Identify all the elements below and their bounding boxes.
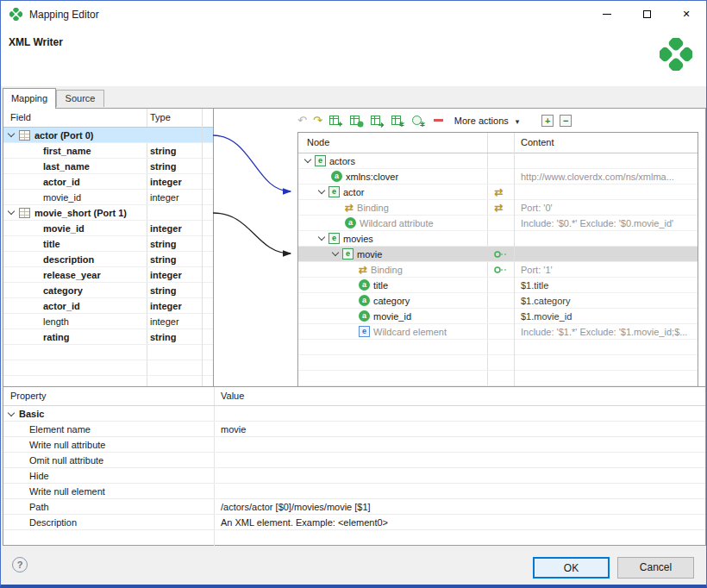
field-row[interactable]: description string [3,252,213,267]
collapse-all-icon[interactable]: − [560,115,572,127]
tree-row-xmlns[interactable]: xmlns:clover http://www.cloverdx.com/ns/… [298,169,698,185]
property-row-write-null-attribute[interactable]: Write null attribute [3,437,705,453]
field-name: category [43,285,83,296]
field-row[interactable]: title string [3,236,213,252]
property-value: An XML element. Example: <element0> [221,515,388,530]
property-row-description[interactable]: Description An XML element. Example: <el… [3,515,705,530]
field-name: movie_id [43,192,81,203]
field-row[interactable]: movie_id integer [3,221,213,236]
remove-icon[interactable] [434,119,443,122]
field-name: title [43,239,60,249]
more-actions-button[interactable]: More actions [454,116,520,126]
chevron-down-icon[interactable] [331,249,341,259]
chevron-down-icon[interactable] [7,410,16,419]
mapping-panel: Field Type actor (Port 0) first_name str… [3,108,706,546]
tab-mapping[interactable]: Mapping [3,88,56,109]
property-name: Write null attribute [29,437,105,453]
port-record-icon [19,208,30,218]
column-header-value: Value [221,391,244,401]
property-value[interactable]: movie [221,422,246,437]
element-icon [328,233,340,244]
add-wildcard-element-icon[interactable] [391,113,405,128]
property-row-element-name[interactable]: Element name movie [3,422,705,437]
node-label: movie_id [373,311,411,322]
undo-icon[interactable] [297,113,307,128]
node-label: xmlns:clover [346,172,398,182]
field-name: last_name [43,161,90,172]
field-row[interactable]: category string [3,283,213,298]
maximize-button[interactable] [627,1,666,28]
column-header-type: Type [150,112,171,122]
footer-bar: ? OK Cancel [1,546,706,585]
maximize-icon [643,10,651,18]
title-bar[interactable]: Mapping Editor [1,1,706,28]
tree-row-title[interactable]: title $1.title [298,278,698,293]
tree-row-binding-movie[interactable]: Binding Port: '1' [298,262,698,278]
property-row-write-null-element[interactable]: Write null element [3,484,705,499]
minimize-button[interactable] [587,1,627,28]
chevron-down-icon[interactable] [303,156,313,166]
help-button[interactable]: ? [12,557,28,572]
add-child-element-icon[interactable] [328,113,343,128]
field-row[interactable]: release_year integer [3,267,213,283]
chevron-down-icon[interactable] [317,234,327,243]
field-row[interactable]: actor_id integer [3,298,213,314]
property-row-path[interactable]: Path /actors/actor [$0]/movies/movie [$1… [3,499,705,515]
field-row[interactable]: actor_id integer [3,174,213,190]
tree-row-actors[interactable]: actors [298,153,698,169]
property-header: Property Value [3,387,705,406]
field-type: integer [150,192,179,203]
field-table-header: Field Type [3,109,213,128]
empty-row [298,371,698,386]
tree-row-binding-actor[interactable]: Binding Port: '0' [298,200,698,216]
property-name: Path [29,499,49,515]
node-label: movies [343,234,373,244]
property-section-basic[interactable]: Basic [3,406,705,422]
field-row[interactable]: movie_id integer [3,190,213,205]
redo-icon[interactable] [313,113,322,128]
field-name: actor (Port 0) [34,130,93,141]
tab-source[interactable]: Source [56,90,104,107]
chevron-down-icon[interactable] [317,187,327,197]
wildcard-element-icon [359,326,370,337]
tree-row-wildcard-attribute[interactable]: Wildcard attribute Include: '$0.*' Exclu… [298,216,698,231]
field-row-port0[interactable]: actor (Port 0) [3,128,213,143]
column-header-content: Content [521,137,554,147]
add-attribute-icon[interactable] [349,113,364,128]
mapping-editor-window: Mapping Editor XML Writer Mapping Source… [0,0,707,588]
tree-row-movie-id[interactable]: movie_id $1.movie_id [298,309,698,324]
xml-tree: Node Content actors xmlns:clover http://… [297,132,698,386]
chevron-down-icon[interactable] [7,130,16,140]
add-sibling-element-icon[interactable] [370,113,385,128]
column-header-field: Field [10,112,31,122]
tree-row-category[interactable]: category $1.category [298,293,698,309]
tree-row-wildcard-element[interactable]: Wildcard element Include: '$1.*' Exclude… [298,324,698,340]
field-row[interactable]: last_name string [3,159,213,174]
tree-row-actor[interactable]: actor [298,185,698,200]
property-row-omit-null-attribute[interactable]: Omit null attribute [3,453,705,468]
field-name: description [43,254,94,265]
tree-row-movie[interactable]: movie [298,247,698,262]
field-row[interactable]: rating string [3,329,213,345]
field-row-port1[interactable]: movie_short (Port 1) [3,205,213,221]
add-wildcard-attribute-icon[interactable] [411,113,426,128]
field-type: string [150,239,177,249]
field-type: string [150,332,177,342]
binding-swap-icon [494,203,503,213]
field-row[interactable]: first_name string [3,143,213,159]
node-content: http://www.cloverdx.com/ns/xmlma... [521,172,696,182]
field-type: integer [150,177,182,187]
ok-button[interactable]: OK [533,557,610,579]
tree-row-movies[interactable]: movies [298,231,698,247]
empty-row [3,345,213,360]
close-button[interactable] [666,1,706,28]
window-title: Mapping Editor [29,9,99,21]
expand-all-icon[interactable]: + [541,115,554,127]
property-name: Omit null attribute [29,453,103,468]
chevron-down-icon[interactable] [7,208,16,217]
field-row[interactable]: length integer [3,314,213,329]
field-type: integer [150,301,182,311]
property-row-hide[interactable]: Hide [3,468,705,484]
cancel-button[interactable]: Cancel [617,557,694,579]
field-name: movie_short (Port 1) [34,208,127,218]
